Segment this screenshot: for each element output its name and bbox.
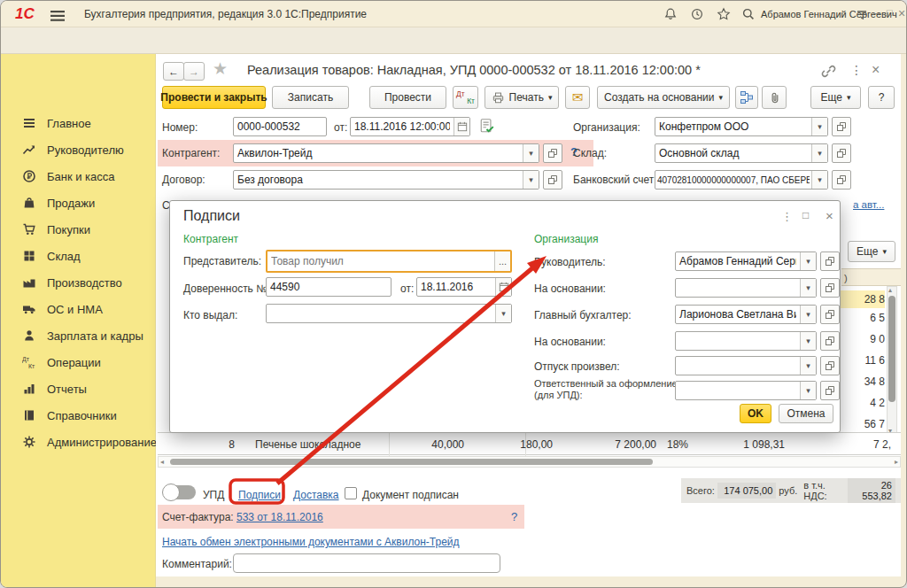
table-cell-partial[interactable]: 28 8: [841, 290, 885, 308]
table-cell-partial[interactable]: 11 6: [841, 354, 885, 367]
sidebar-item-main[interactable]: Главное: [1, 110, 156, 136]
settlements-link-fragment[interactable]: а авт...: [853, 199, 884, 210]
invoice-link[interactable]: 533 от 18.11.2016: [236, 511, 323, 523]
representative-input[interactable]: [267, 251, 494, 271]
number-input[interactable]: [233, 117, 327, 136]
create-on-basis-button[interactable]: Создать на основании▾: [597, 86, 730, 109]
nav-forward-button[interactable]: →: [183, 62, 205, 81]
print-button[interactable]: Печать▾: [485, 86, 559, 109]
hscroll-left-icon[interactable]: ◂: [160, 458, 164, 466]
poa-number-input[interactable]: [266, 277, 391, 297]
sidebar-item-bank-cash[interactable]: Банк и касса: [1, 163, 156, 190]
sidebar-item-reports[interactable]: Отчеты: [1, 375, 156, 402]
table-row[interactable]: 8 Печенье шоколадное 40,000 180,00 7 200…: [158, 432, 901, 455]
vscroll-up-icon[interactable]: ▴: [888, 286, 892, 294]
sidebar-item-sales[interactable]: Продажи: [1, 190, 156, 216]
dialog-more-dots-icon[interactable]: ⋮: [781, 210, 793, 223]
table-more-button[interactable]: Еще▾: [848, 241, 895, 262]
show-postings-button[interactable]: Дт Кт: [453, 86, 478, 109]
delivery-link[interactable]: Доставка: [293, 489, 339, 501]
dropdown-icon[interactable]: ▾: [811, 118, 827, 135]
comment-input[interactable]: [233, 553, 500, 573]
table-hscrollbar[interactable]: ◂ ▸: [158, 456, 901, 468]
upd-toggle[interactable]: [164, 485, 196, 499]
releaser-input[interactable]: [676, 357, 800, 375]
dropdown-icon[interactable]: ▾: [811, 171, 827, 189]
invoice-help-icon[interactable]: ?: [511, 510, 517, 523]
sidebar-item-production[interactable]: Производство: [1, 269, 156, 296]
table-cell-partial[interactable]: 6 5: [841, 312, 885, 324]
head-basis-open-button[interactable]: [820, 278, 840, 298]
poa-date-input[interactable]: [417, 278, 495, 296]
head-basis-input[interactable]: [676, 279, 800, 297]
counterparty-open-button[interactable]: [543, 143, 562, 163]
edi-exchange-link[interactable]: Начать обмен электронными документами с …: [162, 536, 460, 548]
search-icon[interactable]: [740, 6, 757, 22]
history-icon[interactable]: [688, 6, 706, 22]
form-more-button[interactable]: Еще▾: [810, 86, 861, 109]
sidebar-item-manager[interactable]: Руководителю: [1, 136, 156, 163]
window-close-button[interactable]: ×: [898, 6, 905, 20]
dropdown-icon[interactable]: ▾: [800, 306, 816, 323]
table-vscrollbar[interactable]: ▴ ▾: [887, 286, 897, 435]
chief-accountant-input[interactable]: [676, 306, 800, 323]
accountant-basis-open-button[interactable]: [820, 331, 840, 351]
upd-responsible-open-button[interactable]: [820, 381, 840, 400]
sidebar-item-salary-hr[interactable]: Зарплата и кадры: [1, 322, 156, 349]
calendar-icon[interactable]: [495, 278, 511, 296]
sidebar-item-purchases[interactable]: Покупки: [1, 216, 156, 243]
bank-account-open-button[interactable]: [832, 170, 851, 190]
contract-open-button[interactable]: [543, 170, 562, 190]
dialog-close-icon[interactable]: ×: [826, 208, 833, 223]
signatures-link[interactable]: Подписи: [238, 489, 281, 501]
post-and-close-button[interactable]: Провести и закрыть: [162, 86, 266, 109]
window-maximize-button[interactable]: □: [887, 7, 893, 18]
bank-account-input[interactable]: [655, 171, 811, 189]
organization-input[interactable]: [655, 118, 811, 135]
table-cell-partial[interactable]: 56 7: [841, 418, 885, 430]
dropdown-icon[interactable]: ▾: [800, 357, 816, 375]
counterparty-input[interactable]: [234, 144, 523, 162]
date-input[interactable]: [351, 118, 454, 135]
accountant-basis-input[interactable]: [676, 332, 800, 350]
service-menu-icon[interactable]: [853, 6, 871, 22]
dropdown-icon[interactable]: ▾: [800, 279, 816, 297]
write-button[interactable]: Записать: [272, 86, 349, 109]
dropdown-icon[interactable]: ▾: [523, 144, 539, 162]
attachments-button[interactable]: [762, 86, 787, 109]
sidebar-item-operations[interactable]: ДтКтОперации: [1, 349, 156, 375]
dropdown-icon[interactable]: ▾: [523, 171, 539, 189]
structure-button[interactable]: [735, 86, 758, 109]
calendar-icon[interactable]: [454, 118, 469, 135]
help-button[interactable]: ?: [868, 86, 895, 109]
post-button[interactable]: Провести: [369, 86, 446, 109]
organization-open-button[interactable]: [832, 117, 851, 136]
form-more-dots-icon[interactable]: ⋮: [850, 63, 863, 77]
main-menu-icon[interactable]: [50, 9, 65, 19]
get-link-icon[interactable]: [821, 64, 836, 82]
table-cell-partial[interactable]: 34 8: [841, 375, 885, 388]
table-cell-partial[interactable]: 9 0: [841, 333, 885, 345]
sidebar-item-directories[interactable]: Справочники: [1, 402, 156, 429]
send-email-button[interactable]: ✉: [565, 86, 590, 109]
dropdown-icon[interactable]: ▾: [811, 144, 827, 162]
dropdown-icon[interactable]: ▾: [495, 305, 511, 322]
ok-button[interactable]: OK: [740, 404, 771, 423]
notifications-bell-icon[interactable]: [662, 6, 679, 22]
vscroll-thumb[interactable]: [888, 296, 895, 402]
issuer-input[interactable]: [267, 305, 495, 322]
sidebar-item-administration[interactable]: Администрирование: [1, 429, 156, 455]
dialog-maximize-icon[interactable]: □: [802, 209, 809, 221]
releaser-open-button[interactable]: [820, 356, 840, 375]
choose-button[interactable]: ...: [494, 251, 510, 271]
sidebar-item-fixed-assets[interactable]: ОС и НМА: [1, 296, 156, 322]
head-input[interactable]: [676, 252, 800, 270]
form-close-icon[interactable]: ×: [872, 62, 880, 78]
table-cell-partial[interactable]: 4 2: [841, 397, 885, 409]
favorites-star-icon[interactable]: [715, 6, 733, 22]
dropdown-icon[interactable]: ▾: [800, 382, 816, 399]
hscroll-right-icon[interactable]: ▸: [895, 458, 898, 466]
upd-responsible-input[interactable]: [676, 382, 800, 399]
document-signed-checkbox[interactable]: [345, 487, 357, 499]
dropdown-icon[interactable]: ▾: [800, 252, 816, 270]
